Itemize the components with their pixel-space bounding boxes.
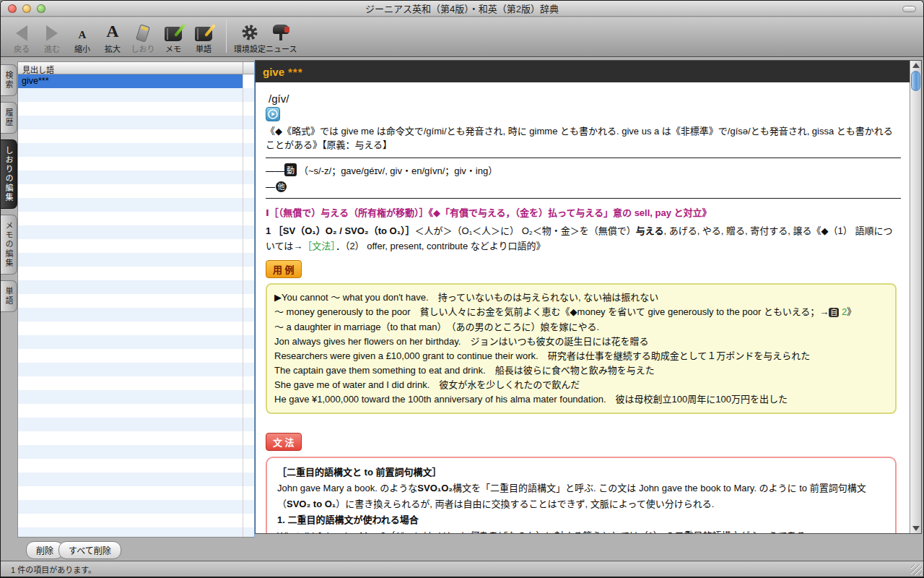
sense-pre: ＜人が＞（O₁＜人＞に） O₂＜物・金＞を（無償で） bbox=[415, 225, 636, 236]
divider bbox=[266, 198, 901, 199]
entry-body: /gív/ 《◆《略式》では give me は命令文で/gími/とも発音され… bbox=[256, 82, 910, 533]
transitive-line: —他 bbox=[266, 181, 901, 192]
zoom-window-button[interactable] bbox=[37, 4, 45, 13]
scrollbar-thumb[interactable] bbox=[911, 71, 920, 91]
back-icon bbox=[16, 20, 27, 43]
status-bar: 1 件の項目があります。 bbox=[1, 561, 923, 577]
delete-all-button[interactable]: すべて削除 bbox=[58, 541, 121, 559]
preferences-button[interactable]: 環境設定 bbox=[234, 18, 266, 54]
sense-pattern: ［SV（O₁）O₂ / SVO₂（to O₁）］ bbox=[274, 225, 415, 236]
sense-1-definition: 1 ［SV（O₁）O₂ / SVO₂（to O₁）］＜人が＞（O₁＜人＞に） O… bbox=[266, 223, 901, 254]
list-item-give[interactable]: give*** bbox=[18, 74, 243, 88]
example-line: She gave me of water and I did drink. 彼女… bbox=[274, 378, 888, 392]
toolbar-toggle-button[interactable] bbox=[902, 6, 916, 12]
sidebar-tabstrip: 検索 履歴 しおりの編集 メモの編集 単語 bbox=[1, 64, 17, 312]
entry-stars: *** bbox=[288, 66, 303, 78]
verb-badge: 動 bbox=[284, 163, 297, 176]
bookmark-icon bbox=[138, 20, 148, 43]
forward-button[interactable]: 進む bbox=[37, 18, 67, 54]
close-window-button[interactable] bbox=[8, 4, 17, 13]
status-text: 1 件の項目があります。 bbox=[11, 564, 96, 575]
example-line: He gave ¥1,000,000 toward the 100th anni… bbox=[274, 392, 888, 407]
pronunciation: /gív/ bbox=[269, 92, 901, 105]
toolbar-separator bbox=[226, 20, 227, 53]
entry-content: give *** /gív/ 《◆《略式》では give me は命令文で/gí… bbox=[256, 61, 910, 533]
memo-icon bbox=[165, 20, 182, 43]
vertical-scrollbar[interactable] bbox=[910, 61, 921, 533]
minimize-window-button[interactable] bbox=[22, 4, 31, 13]
usage-note: 《◆《略式》では give me は命令文で/gími/とも発音され, 時に g… bbox=[266, 124, 901, 152]
entry-header: give *** bbox=[256, 61, 910, 82]
example-line: The captain gave them something to eat a… bbox=[274, 363, 888, 378]
mailbox-icon bbox=[273, 20, 290, 43]
divider bbox=[266, 158, 901, 158]
font-small-icon: A bbox=[79, 20, 87, 43]
grammar-button[interactable]: 文 法 bbox=[266, 433, 302, 451]
toolbar: 戻る 進む A 縮小 A 拡大 しおり メモ 単語 bbox=[1, 17, 923, 57]
intransitive-ref-badge: 自 bbox=[829, 308, 839, 317]
example-line: Researchers were given a £10,000 grant t… bbox=[274, 349, 888, 363]
app-window: ジーニアス英和（第4版）・和英（第2版）辞典 戻る 進む A 縮小 A 拡大 し… bbox=[0, 0, 924, 578]
word-book-icon bbox=[195, 20, 212, 43]
column-divider[interactable] bbox=[243, 62, 243, 74]
scroll-up-arrow[interactable] bbox=[912, 63, 920, 68]
audio-play-button[interactable] bbox=[266, 107, 280, 121]
bookmark-button[interactable]: しおり bbox=[128, 18, 158, 54]
tab-bookmark-edit[interactable]: しおりの編集 bbox=[1, 139, 17, 209]
example-line: ～ a daughter in marriage（to that man） （あ… bbox=[274, 320, 888, 335]
example-line: ～ money generously to the poor 貧しい人々にお金を… bbox=[274, 305, 888, 320]
dash: —— bbox=[266, 165, 284, 176]
list-header-label: 見出し語 bbox=[22, 66, 54, 74]
resize-grip[interactable] bbox=[911, 564, 922, 575]
news-button[interactable]: ニュース bbox=[266, 18, 297, 54]
entry-headword: give bbox=[263, 66, 284, 78]
dash: — bbox=[266, 181, 275, 192]
tab-search[interactable]: 検索 bbox=[1, 64, 17, 96]
grammar-subheading: 1. 二重目的語構文が使われる場合 bbox=[277, 512, 885, 528]
sense-keyword: 与える bbox=[636, 225, 664, 236]
examples-box: ▶You cannot ～ what you don't have. 持っていな… bbox=[266, 283, 897, 414]
back-button[interactable]: 戻る bbox=[6, 18, 37, 54]
tab-memo-edit[interactable]: メモの編集 bbox=[1, 215, 17, 275]
examples-button[interactable]: 用 例 bbox=[266, 260, 302, 278]
play-icon bbox=[268, 109, 278, 119]
sense-group-heading: Ⅰ［（無償で）与える（所有権が移動）］《◆「有償で与える，（金を）払って与える」… bbox=[266, 205, 901, 219]
verb-forms-line: ——動（~s/-z/；gave/géɪv/, giv・en/gívn/；giv・… bbox=[266, 163, 901, 177]
gear-icon bbox=[241, 20, 258, 43]
sense-number: 1 bbox=[266, 225, 271, 236]
example-line: Jon always gives her flowers on her birt… bbox=[274, 335, 888, 349]
window-controls bbox=[8, 4, 45, 13]
list-column-header[interactable]: 見出し語 bbox=[18, 62, 254, 74]
font-smaller-button[interactable]: A 縮小 bbox=[67, 18, 97, 54]
headword-list-pane: 見出し語 give*** bbox=[17, 61, 255, 538]
grammar-box-title: ［二重目的語構文と to 前置詞句構文］ bbox=[277, 465, 885, 480]
sense-post: ．（2） offer, present, contribute などより口語的》 bbox=[336, 241, 546, 251]
title-bar: ジーニアス英和（第4版）・和英（第2版）辞典 bbox=[1, 1, 923, 17]
headword-list: give*** bbox=[18, 74, 254, 537]
grammar-link[interactable]: ［文法］ bbox=[302, 241, 336, 251]
verb-forms-text: （~s/-z/；gave/géɪv/, giv・en/gívn/；giv・ing… bbox=[299, 165, 497, 176]
transitive-badge: 他 bbox=[276, 181, 287, 192]
tab-words[interactable]: 単語 bbox=[1, 280, 17, 312]
font-large-icon: A bbox=[106, 20, 118, 43]
word-list-button[interactable]: 単語 bbox=[188, 18, 219, 54]
scroll-down-arrow[interactable] bbox=[912, 526, 920, 531]
forward-icon bbox=[46, 20, 58, 43]
grammar-box: ［二重目的語構文と to 前置詞句構文］ John gave Mary a bo… bbox=[266, 457, 897, 533]
window-title: ジーニアス英和（第4版）・和英（第2版）辞典 bbox=[365, 1, 559, 15]
tab-history[interactable]: 履歴 bbox=[1, 102, 17, 134]
column-divider-body bbox=[243, 74, 243, 537]
entry-pane: give *** /gív/ 《◆《略式》では give me は命令文で/gí… bbox=[255, 60, 922, 534]
font-larger-button[interactable]: A 拡大 bbox=[97, 18, 128, 54]
memo-button[interactable]: メモ bbox=[158, 18, 188, 54]
grammar-paragraph-2: What did John give Mary?（ジョンはメリーに何をあげたのか… bbox=[277, 528, 885, 533]
example-line: ▶You cannot ～ what you don't have. 持っていな… bbox=[274, 290, 888, 305]
grammar-paragraph-1: John gave Mary a book. のようなSVO₁O₂構文を「二重目… bbox=[277, 480, 885, 512]
